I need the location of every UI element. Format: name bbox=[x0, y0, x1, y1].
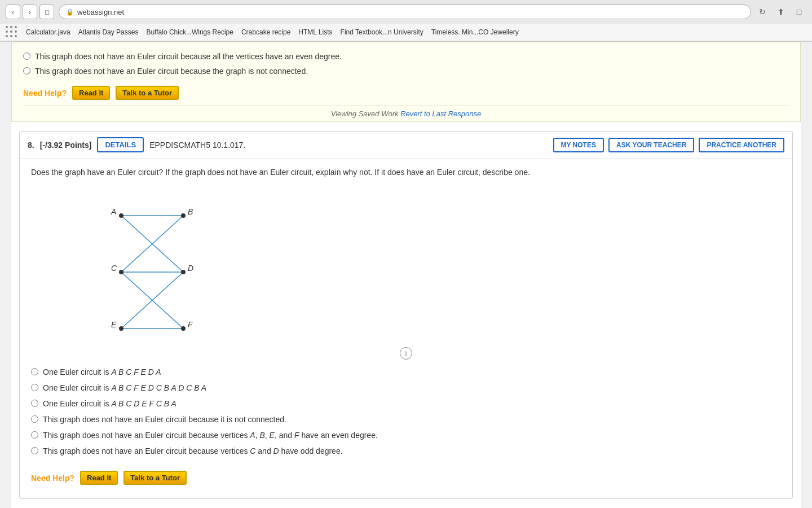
node-E-label: E bbox=[111, 320, 117, 329]
radio-8-1[interactable] bbox=[31, 368, 38, 375]
node-C-label: C bbox=[111, 264, 117, 273]
question-8-block: 8. [-/3.92 Points] DETAILS EPPDISCMATH5 … bbox=[19, 131, 793, 499]
q8-talk-tutor-button[interactable]: Talk to a Tutor bbox=[123, 471, 187, 485]
question-8-my-notes-button[interactable]: MY NOTES bbox=[553, 138, 604, 152]
radio-8-5[interactable] bbox=[31, 431, 38, 439]
svg-point-9 bbox=[119, 270, 123, 274]
url-text: webassign.net bbox=[77, 8, 124, 16]
radio-8-3[interactable] bbox=[31, 400, 38, 407]
radio-8-2[interactable] bbox=[31, 384, 38, 391]
node-D-label: D bbox=[188, 264, 193, 273]
viewing-saved-bar: Viewing Saved Work Revert to Last Respon… bbox=[23, 106, 789, 121]
option-8-2: One Euler circuit is A B C F E D C B A D… bbox=[31, 382, 781, 394]
question-8-points: [-/3.92 Points] bbox=[40, 141, 92, 150]
back-button[interactable]: ‹ bbox=[6, 5, 20, 19]
bookmark-textbook[interactable]: Find Textbook...n University bbox=[341, 28, 423, 36]
svg-point-12 bbox=[181, 326, 186, 331]
top-radio-2[interactable] bbox=[23, 67, 30, 75]
bookmark-crabcake[interactable]: Crabcake recipe bbox=[241, 28, 290, 36]
svg-point-7 bbox=[119, 213, 123, 218]
share-button[interactable]: ⬆ bbox=[774, 5, 788, 19]
graph-container: A B C D E F bbox=[65, 187, 781, 336]
reload-button[interactable]: ↻ bbox=[756, 5, 769, 19]
top-partial-question: This graph does not have an Euler circui… bbox=[11, 42, 801, 122]
question-8-header: 8. [-/3.92 Points] DETAILS EPPDISCMATH5 … bbox=[20, 132, 792, 159]
tab-toggle-button[interactable]: ◻ bbox=[39, 5, 54, 19]
forward-button[interactable]: › bbox=[23, 5, 37, 19]
fullscreen-button[interactable]: □ bbox=[792, 5, 806, 19]
option-8-4-text: This graph does not have an Euler circui… bbox=[43, 414, 286, 426]
q8-need-help-label: Need Help? bbox=[31, 474, 74, 483]
question-8-code: EPPDISCMATH5 10.1.017. bbox=[149, 141, 245, 150]
top-option-1-text: This graph does not have an Euler circui… bbox=[35, 51, 342, 63]
top-radio-1[interactable] bbox=[23, 52, 30, 60]
address-bar[interactable]: 🔒 webassign.net bbox=[59, 5, 751, 19]
lock-icon: 🔒 bbox=[66, 8, 74, 16]
top-option-1: This graph does not have an Euler circui… bbox=[23, 51, 789, 63]
info-icon-wrap: i bbox=[31, 347, 781, 360]
top-need-help-row: Need Help? Read It Talk to a Tutor bbox=[23, 80, 789, 106]
top-option-2-text: This graph does not have an Euler circui… bbox=[35, 66, 308, 77]
question-8-options: One Euler circuit is A B C F E D A One E… bbox=[31, 366, 781, 457]
option-8-2-text: One Euler circuit is A B C F E D C B A D… bbox=[43, 382, 206, 394]
info-icon[interactable]: i bbox=[400, 347, 412, 360]
node-B-label: B bbox=[188, 207, 193, 216]
option-8-6-text: This graph does not have an Euler circui… bbox=[43, 445, 343, 457]
svg-point-10 bbox=[181, 270, 186, 274]
svg-point-8 bbox=[181, 213, 186, 218]
q8-read-it-button[interactable]: Read It bbox=[80, 471, 118, 485]
option-8-5-text: This graph does not have an Euler circui… bbox=[43, 430, 378, 441]
question-8-number: 8. bbox=[28, 141, 34, 150]
node-A-label: A bbox=[111, 207, 116, 216]
nav-buttons: ‹ › ◻ bbox=[6, 5, 54, 19]
top-talk-tutor-button[interactable]: Talk to a Tutor bbox=[116, 86, 179, 100]
option-8-3: One Euler circuit is A B C D E F C B A bbox=[31, 398, 781, 410]
question-8-practice-another-button[interactable]: PRACTICE ANOTHER bbox=[699, 138, 784, 152]
option-8-1: One Euler circuit is A B C F E D A bbox=[31, 366, 781, 378]
viewing-saved-text: Viewing Saved Work bbox=[331, 110, 399, 118]
radio-8-4[interactable] bbox=[31, 415, 38, 423]
option-8-3-text: One Euler circuit is A B C D E F C B A bbox=[43, 398, 176, 410]
question-8-body: Does the graph have an Euler circuit? If… bbox=[20, 159, 792, 498]
option-8-6: This graph does not have an Euler circui… bbox=[31, 445, 781, 457]
bookmark-html[interactable]: HTML Lists bbox=[298, 28, 332, 36]
option-8-1-text: One Euler circuit is A B C F E D A bbox=[43, 366, 161, 378]
apps-icon[interactable] bbox=[6, 26, 18, 38]
radio-8-6[interactable] bbox=[31, 447, 38, 454]
browser-chrome: ‹ › ◻ 🔒 webassign.net ↻ ⬆ □ Calculator.j… bbox=[0, 0, 812, 42]
option-8-5: This graph does not have an Euler circui… bbox=[31, 430, 781, 441]
bookmark-buffalo[interactable]: Buffalo Chick...Wings Recipe bbox=[146, 28, 233, 36]
question-8-text: Does the graph have an Euler circuit? If… bbox=[31, 167, 781, 178]
node-F-label: F bbox=[188, 320, 193, 329]
svg-point-11 bbox=[119, 326, 123, 331]
q8-need-help-row: Need Help? Read It Talk to a Tutor bbox=[31, 465, 781, 491]
page-content: This graph does not have an Euler circui… bbox=[11, 42, 801, 508]
revert-link[interactable]: Revert to Last Response bbox=[400, 110, 481, 118]
graph-svg: A B C D E F bbox=[65, 187, 245, 334]
question-8-details-button[interactable]: DETAILS bbox=[97, 137, 144, 152]
question-8-actions: MY NOTES ASK YOUR TEACHER PRACTICE ANOTH… bbox=[553, 138, 785, 152]
top-option-2: This graph does not have an Euler circui… bbox=[23, 66, 789, 77]
top-need-help-label: Need Help? bbox=[23, 89, 67, 98]
bookmark-timeless[interactable]: Timeless. Min...CO Jewellery bbox=[431, 28, 519, 36]
top-read-it-button[interactable]: Read It bbox=[72, 86, 110, 100]
bookmark-atlantis[interactable]: Atlantis Day Passes bbox=[78, 28, 139, 36]
browser-toolbar: ‹ › ◻ 🔒 webassign.net ↻ ⬆ □ bbox=[0, 0, 812, 24]
option-8-4: This graph does not have an Euler circui… bbox=[31, 414, 781, 426]
browser-actions: ⬆ □ bbox=[774, 5, 806, 19]
bookmark-calculator[interactable]: Calculator.java bbox=[26, 28, 70, 36]
question-8-ask-teacher-button[interactable]: ASK YOUR TEACHER bbox=[608, 138, 694, 152]
bookmarks-bar: Calculator.java Atlantis Day Passes Buff… bbox=[0, 24, 812, 41]
